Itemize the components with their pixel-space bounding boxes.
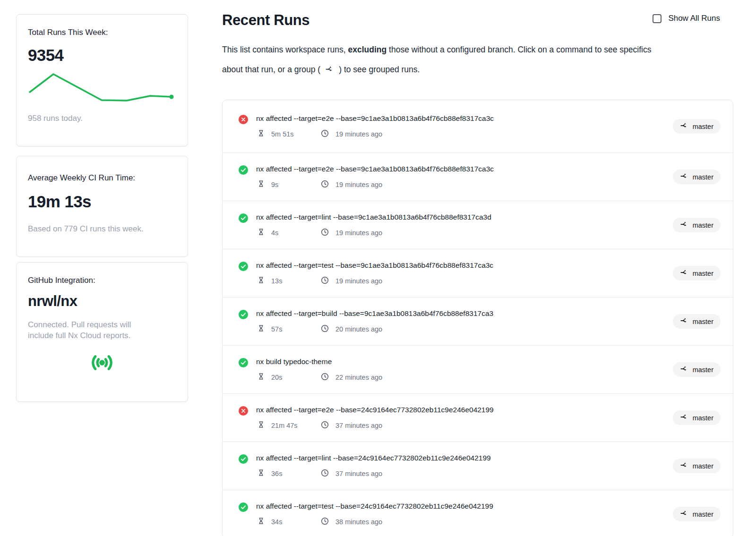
run-row[interactable]: nx affected --target=lint --base=24c9164… <box>223 442 733 490</box>
sparkline-chart <box>30 73 174 104</box>
branch-name: master <box>693 510 713 518</box>
status-success-icon <box>239 213 248 225</box>
run-row[interactable]: nx build typedoc-theme 20s <box>223 345 733 393</box>
run-duration: 21m 47s <box>271 422 321 429</box>
run-row[interactable]: nx affected --target=test --base=24c9164… <box>223 490 733 536</box>
github-integration-card: GitHub Integration: nrwl/nx Connected. P… <box>16 262 188 402</box>
show-all-runs-toggle[interactable]: Show All Runs <box>653 14 720 23</box>
run-duration: 4s <box>271 229 321 237</box>
run-time-ago: 19 minutes ago <box>335 130 382 138</box>
run-time-ago: 20 minutes ago <box>335 325 382 333</box>
avg-run-time-card: Average Weekly CI Run Time: 19m 13s Base… <box>16 156 188 257</box>
run-row[interactable]: nx affected --target=e2e --base=24c9164e… <box>223 393 733 442</box>
clock-icon <box>321 276 329 286</box>
run-time-ago: 38 minutes ago <box>335 518 382 526</box>
hourglass-icon <box>258 180 265 189</box>
branch-name: master <box>693 462 713 470</box>
avg-run-time-subtext: Based on 779 CI runs this week. <box>28 224 176 234</box>
run-row[interactable]: nx affected --target=test --base=9c1ae3a… <box>223 249 733 297</box>
page-title: Recent Runs <box>222 12 309 29</box>
status-success-icon <box>239 310 248 321</box>
branch-button[interactable]: master <box>673 410 721 425</box>
run-duration: 13s <box>271 277 321 285</box>
branch-split-icon <box>680 268 688 278</box>
hourglass-icon <box>258 373 265 382</box>
branch-name: master <box>693 318 713 325</box>
hourglass-icon <box>258 228 265 237</box>
branch-button[interactable]: master <box>673 459 721 473</box>
branch-button[interactable]: master <box>673 507 721 521</box>
status-success-icon <box>239 454 248 466</box>
run-duration: 9s <box>271 181 321 188</box>
run-command[interactable]: nx affected --target=e2e --base=9c1ae3a1… <box>256 114 494 123</box>
branch-button[interactable]: master <box>673 119 721 134</box>
github-integration-subtext: Connected. Pull requests will include fu… <box>28 319 155 341</box>
run-time-ago: 37 minutes ago <box>335 470 382 477</box>
branch-button[interactable]: master <box>673 170 721 184</box>
total-runs-value: 9354 <box>28 46 176 65</box>
run-row[interactable]: nx affected --target=e2e --base=9c1ae3a1… <box>223 153 733 201</box>
run-row[interactable]: nx affected --target=build --base=9c1ae3… <box>223 297 733 345</box>
description-text: about that run, or a group ( <box>222 65 320 74</box>
branch-name: master <box>693 270 713 277</box>
branch-button[interactable]: master <box>673 218 721 232</box>
total-runs-card: Total Runs This Week: 9354 958 runs toda… <box>16 14 188 146</box>
show-all-runs-label: Show All Runs <box>668 14 720 23</box>
run-duration: 20s <box>271 374 321 381</box>
broadcast-icon <box>89 367 115 375</box>
github-repo-name: nrwl/nx <box>28 293 176 310</box>
branch-name: master <box>693 221 713 229</box>
branch-split-icon <box>680 365 688 374</box>
branch-split-icon <box>680 509 688 519</box>
run-command[interactable]: nx affected --target=test --base=24c9164… <box>256 502 493 510</box>
clock-icon <box>321 517 329 527</box>
run-duration: 57s <box>271 325 321 333</box>
avg-run-time-label: Average Weekly CI Run Time: <box>28 173 176 183</box>
description-bold-text: excluding <box>348 45 387 54</box>
run-command[interactable]: nx affected --target=lint --base=9c1ae3a… <box>256 213 491 221</box>
branch-split-icon <box>680 121 688 131</box>
branch-split-icon <box>680 220 688 230</box>
branch-button[interactable]: master <box>673 266 721 281</box>
branch-name: master <box>693 123 713 130</box>
run-command[interactable]: nx affected --target=lint --base=24c9164… <box>256 454 491 462</box>
branch-split-icon <box>680 461 688 471</box>
branch-name: master <box>693 414 713 422</box>
clock-icon <box>321 228 329 238</box>
run-time-ago: 19 minutes ago <box>335 277 382 285</box>
hourglass-icon <box>258 421 265 430</box>
runs-description: This list contains workspace runs, exclu… <box>222 40 723 81</box>
run-command[interactable]: nx affected --target=build --base=9c1ae3… <box>256 309 493 318</box>
run-time-ago: 22 minutes ago <box>335 374 382 381</box>
avg-run-time-value: 19m 13s <box>28 192 176 211</box>
total-runs-subtext: 958 runs today. <box>28 114 176 123</box>
branch-split-icon <box>680 172 688 182</box>
hourglass-icon <box>258 129 265 138</box>
hourglass-icon <box>258 324 265 333</box>
clock-icon <box>321 373 329 382</box>
branch-button[interactable]: master <box>673 314 721 329</box>
total-runs-label: Total Runs This Week: <box>28 28 176 37</box>
runs-list: nx affected --target=e2e --base=9c1ae3a1… <box>222 100 733 536</box>
run-command[interactable]: nx build typedoc-theme <box>256 357 382 366</box>
branch-split-icon <box>680 413 688 423</box>
run-row[interactable]: nx affected --target=e2e --base=9c1ae3a1… <box>223 100 733 153</box>
status-failed-icon <box>239 115 248 126</box>
total-runs-sparkline <box>30 73 174 104</box>
run-command[interactable]: nx affected --target=e2e --base=24c9164e… <box>256 406 494 414</box>
run-command[interactable]: nx affected --target=e2e --base=9c1ae3a1… <box>256 165 494 173</box>
run-duration: 34s <box>271 518 321 526</box>
run-row[interactable]: nx affected --target=lint --base=9c1ae3a… <box>223 201 733 249</box>
run-command[interactable]: nx affected --target=test --base=9c1ae3a… <box>256 261 493 270</box>
clock-icon <box>321 180 329 189</box>
branch-button[interactable]: master <box>673 362 721 377</box>
branch-name: master <box>693 173 713 181</box>
branch-split-icon <box>680 316 688 326</box>
run-duration: 5m 51s <box>271 130 321 138</box>
status-success-icon <box>239 502 248 514</box>
status-success-icon <box>239 358 248 369</box>
description-text: those without a configured branch. Click… <box>387 45 651 54</box>
show-all-runs-checkbox[interactable] <box>653 14 662 23</box>
run-time-ago: 37 minutes ago <box>335 422 382 429</box>
hourglass-icon <box>258 276 265 285</box>
